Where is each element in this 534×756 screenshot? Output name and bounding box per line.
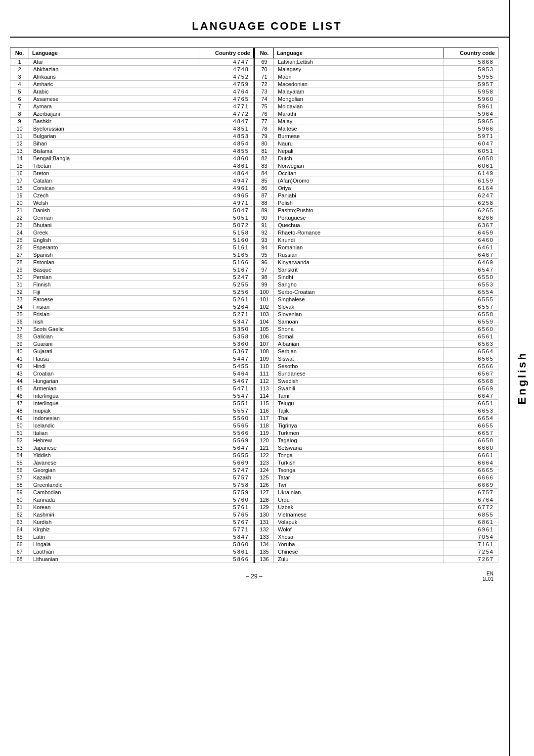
row-code: 5868	[444, 58, 498, 66]
row-language: Uzbek	[274, 504, 444, 511]
table-row: 85 (Afan)Oromo 6159	[255, 177, 498, 185]
page-number: – 29 –	[246, 573, 262, 580]
row-no: 98	[255, 274, 274, 281]
row-language: Bashkir	[29, 118, 199, 125]
table-row: 91 Quechua 6367	[255, 222, 498, 229]
row-language: Kirundi	[274, 236, 444, 244]
row-language: Wolof	[274, 526, 444, 533]
table-row: 129 Uzbek 6772	[255, 504, 498, 511]
row-code: 6654	[444, 415, 498, 422]
row-language: Oriya	[274, 185, 444, 192]
table-row: 58 Greenlandic 5758	[10, 481, 254, 489]
row-language: Laothian	[29, 548, 199, 556]
table-row: 35 Frisian 5271	[10, 311, 254, 318]
table-row: 43 Croatian 5464	[10, 370, 254, 378]
row-language: Serbian	[274, 348, 444, 355]
row-language: Samoan	[274, 318, 444, 326]
row-code: 5256	[199, 288, 254, 296]
row-language: Mongolian	[274, 95, 444, 103]
row-language: Tatar	[274, 474, 444, 481]
row-code: 6564	[444, 348, 498, 355]
row-language: Byelorussian	[29, 125, 199, 133]
row-no: 85	[255, 177, 274, 185]
row-no: 86	[255, 185, 274, 192]
table-row: 61 Korean 5761	[10, 504, 254, 511]
table-row: 84 Occitan 6149	[255, 170, 498, 177]
row-no: 103	[255, 311, 274, 318]
row-code: 6566	[444, 363, 498, 370]
table-row: 122 Tonga 6661	[255, 452, 498, 459]
row-language: Tigrinya	[274, 422, 444, 429]
table-row: 127 Ukrainian 6757	[255, 489, 498, 496]
table-row: 8 Azerbaijani 4772	[10, 110, 254, 118]
row-no: 14	[10, 155, 29, 162]
row-code: 5464	[199, 370, 254, 378]
row-code: 5347	[199, 318, 254, 326]
row-no: 83	[255, 162, 274, 170]
row-language: Romanian	[274, 244, 444, 251]
row-language: Swahili	[274, 385, 444, 392]
row-no: 96	[255, 259, 274, 266]
row-language: Malagasy	[274, 66, 444, 73]
right-table: No. Language Country code 69 Latvian;Let…	[255, 47, 498, 563]
row-code: 6164	[444, 185, 498, 192]
row-code: 4748	[199, 66, 254, 73]
row-no: 41	[10, 355, 29, 363]
row-language: Quechua	[274, 222, 444, 229]
row-no: 123	[255, 459, 274, 467]
row-code: 5367	[199, 348, 254, 355]
row-language: Indonesian	[29, 415, 199, 422]
row-code: 5966	[444, 125, 498, 133]
row-code: 4853	[199, 133, 254, 140]
row-code: 5358	[199, 333, 254, 340]
row-no: 54	[10, 452, 29, 459]
table-row: 83 Norwegian 6061	[255, 162, 498, 170]
row-language: Frisian	[29, 303, 199, 311]
table-row: 26 Esperanto 5161	[10, 244, 254, 251]
table-row: 123 Turkish 6664	[255, 459, 498, 467]
row-language: Twi	[274, 481, 444, 489]
row-no: 134	[255, 541, 274, 548]
table-row: 57 Kazakh 5757	[10, 474, 254, 481]
row-code: 6855	[444, 511, 498, 519]
row-language: Corsican	[29, 185, 199, 192]
row-code: 5960	[444, 95, 498, 103]
row-language: Bhutani	[29, 222, 199, 229]
table-row: 102 Slovak 6557	[255, 303, 498, 311]
row-code: 6661	[444, 452, 498, 459]
row-language: Finnish	[29, 281, 199, 288]
row-no: 84	[255, 170, 274, 177]
row-no: 127	[255, 489, 274, 496]
table-row: 33 Faroese 5261	[10, 296, 254, 303]
row-code: 6461	[444, 244, 498, 251]
row-language: Sangho	[274, 281, 444, 288]
row-code: 6367	[444, 222, 498, 229]
row-code: 7054	[444, 533, 498, 541]
table-row: 24 Greek 5158	[10, 229, 254, 236]
row-language: Malayalam	[274, 88, 444, 95]
table-row: 132 Wolof 6961	[255, 526, 498, 533]
row-language: Esperanto	[29, 244, 199, 251]
row-no: 114	[255, 392, 274, 400]
row-no: 115	[255, 400, 274, 407]
row-code: 6647	[444, 392, 498, 400]
row-no: 74	[255, 95, 274, 103]
row-no: 32	[10, 288, 29, 296]
row-code: 6558	[444, 311, 498, 318]
row-no: 20	[10, 199, 29, 207]
row-language: Aymara	[29, 103, 199, 110]
row-code: 6265	[444, 207, 498, 214]
table-row: 108 Serbian 6564	[255, 348, 498, 355]
row-code: 6554	[444, 288, 498, 296]
row-no: 104	[255, 318, 274, 326]
row-code: 6560	[444, 326, 498, 333]
row-no: 133	[255, 533, 274, 541]
row-code: 4864	[199, 170, 254, 177]
row-no: 113	[255, 385, 274, 392]
row-language: Amharic	[29, 81, 199, 88]
row-language: Frisian	[29, 311, 199, 318]
row-no: 73	[255, 88, 274, 95]
table-row: 48 Inupiak 5557	[10, 407, 254, 415]
row-no: 61	[10, 504, 29, 511]
table-row: 2 Abkhazian 4748	[10, 66, 254, 73]
